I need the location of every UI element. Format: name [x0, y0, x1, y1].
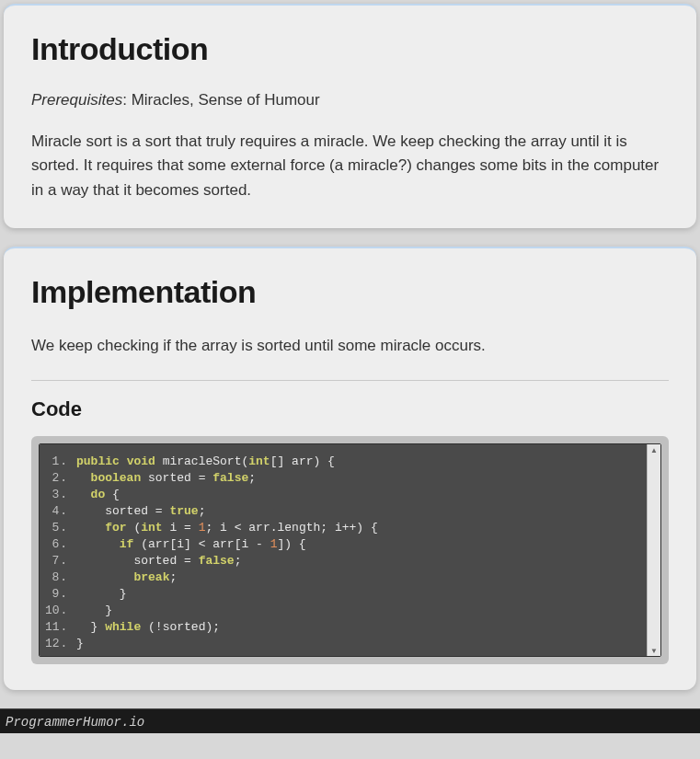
- prerequisites-line: Prerequisites: Miracles, Sense of Humour: [31, 91, 669, 109]
- line-number: 1: [45, 454, 76, 470]
- introduction-card: Introduction Prerequisites: Miracles, Se…: [4, 4, 696, 228]
- code-line: 8 break;: [45, 569, 655, 586]
- introduction-heading: Introduction: [31, 31, 669, 67]
- footer-watermark-bar: ProgrammerHumor.io: [0, 708, 700, 733]
- line-number: 5: [45, 520, 76, 536]
- code-text: public void miracleSort(int[] arr) {: [76, 454, 335, 470]
- code-line: 4 sorted = true;: [45, 503, 655, 520]
- code-line: 9 }: [45, 586, 655, 603]
- code-text: break;: [76, 569, 177, 586]
- line-number: 8: [45, 569, 76, 586]
- code-line: 12}: [45, 636, 655, 652]
- code-text: }: [76, 586, 127, 603]
- introduction-body: Miracle sort is a sort that truly requir…: [31, 130, 669, 202]
- scroll-down-icon[interactable]: ▼: [648, 645, 660, 656]
- scroll-up-icon[interactable]: ▲: [648, 444, 660, 455]
- code-line: 10 }: [45, 603, 655, 619]
- code-block-frame: 1public void miracleSort(int[] arr) {2 b…: [31, 436, 669, 664]
- prerequisites-label: Prerequisites: [31, 91, 122, 109]
- line-number: 9: [45, 586, 76, 603]
- implementation-card: Implementation We keep checking if the a…: [4, 247, 696, 690]
- code-text: } while (!sorted);: [76, 619, 220, 636]
- implementation-heading: Implementation: [31, 274, 669, 310]
- code-text: for (int i = 1; i < arr.length; i++) {: [76, 520, 378, 536]
- code-line: 7 sorted = false;: [45, 553, 655, 569]
- code-text: }: [76, 636, 84, 652]
- code-vertical-scrollbar[interactable]: ▲ ▼: [647, 444, 660, 656]
- line-number: 4: [45, 503, 76, 520]
- code-line: 2 boolean sorted = false;: [45, 470, 655, 487]
- implementation-body: We keep checking if the array is sorted …: [31, 334, 669, 358]
- code-line: 11 } while (!sorted);: [45, 619, 655, 636]
- code-heading: Code: [31, 397, 669, 421]
- code-text: do {: [76, 487, 120, 503]
- code-text: boolean sorted = false;: [76, 470, 256, 487]
- line-number: 12: [45, 636, 76, 652]
- prerequisites-value: : Miracles, Sense of Humour: [122, 91, 319, 109]
- line-number: 7: [45, 553, 76, 569]
- line-number: 11: [45, 619, 76, 636]
- code-line: 6 if (arr[i] < arr[i - 1]) {: [45, 536, 655, 553]
- code-line: 5 for (int i = 1; i < arr.length; i++) {: [45, 520, 655, 536]
- code-line: 1public void miracleSort(int[] arr) {: [45, 454, 655, 470]
- code-text: sorted = false;: [76, 553, 241, 569]
- section-divider: [31, 380, 669, 381]
- line-number: 10: [45, 603, 76, 619]
- footer-watermark-text: ProgrammerHumor.io: [6, 715, 144, 730]
- line-number: 2: [45, 470, 76, 487]
- code-text: }: [76, 603, 112, 619]
- line-number: 6: [45, 536, 76, 553]
- line-number: 3: [45, 487, 76, 503]
- code-block[interactable]: 1public void miracleSort(int[] arr) {2 b…: [39, 443, 661, 657]
- code-line: 3 do {: [45, 487, 655, 503]
- code-text: sorted = true;: [76, 503, 205, 520]
- code-text: if (arr[i] < arr[i - 1]) {: [76, 536, 306, 553]
